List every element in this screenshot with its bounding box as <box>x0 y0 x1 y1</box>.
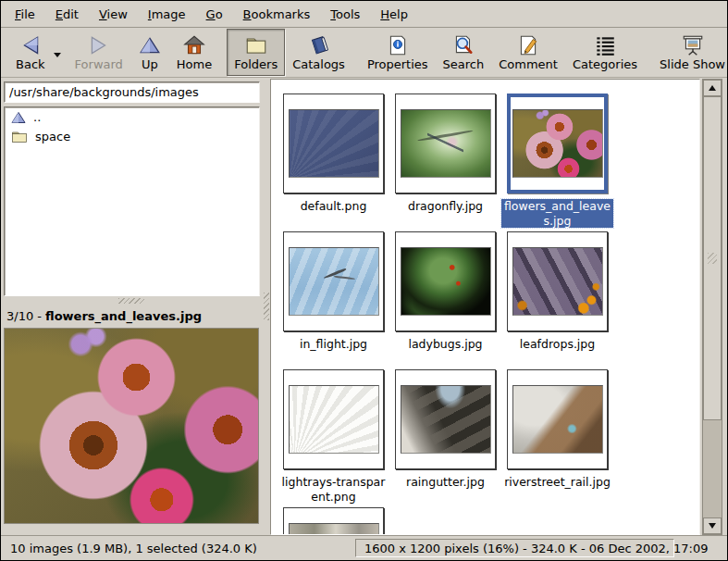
back-label: Back <box>16 57 45 71</box>
slide-show-button[interactable]: Slide Show <box>652 29 728 76</box>
folder-item-label: space <box>35 130 70 143</box>
forward-button[interactable]: Forward <box>68 29 130 76</box>
thumbnail-image <box>289 523 379 535</box>
menu-tools[interactable]: Tools <box>320 4 370 25</box>
horizontal-splitter[interactable] <box>1 296 262 305</box>
menu-go[interactable]: Go <box>196 4 233 25</box>
catalogs-label: Catalogs <box>292 57 345 71</box>
forward-label: Forward <box>75 57 123 71</box>
vertical-scrollbar[interactable] <box>702 79 722 535</box>
thumbnail-image <box>289 247 379 316</box>
search-label: Search <box>443 57 485 71</box>
menubar: File Edit View Image Go Bookmarks Tools … <box>1 1 727 28</box>
thumbnail-label: in_flight.jpg <box>300 337 367 352</box>
folder-item-parent[interactable]: .. <box>5 107 259 127</box>
statusbar: 10 images (1.9 MB), 1 selected (324.0 K)… <box>1 535 727 560</box>
scroll-down-button[interactable] <box>703 517 722 534</box>
thumbnail-item[interactable]: default.png <box>278 92 389 222</box>
statusbar-image-info-text: 1600 x 1200 pixels (16%) - 324.0 K - 06 … <box>364 542 709 555</box>
gthumb-window: File Edit View Image Go Bookmarks Tools … <box>0 0 728 561</box>
up-label: Up <box>142 57 158 71</box>
thumbnail-image <box>289 109 379 178</box>
sidebar: .. space 3/10 - flowers_and_leaves.jpg <box>1 78 262 536</box>
search-button[interactable]: Search <box>436 29 492 76</box>
image-position-text: 3/10 - <box>6 309 42 323</box>
home-icon <box>182 32 206 57</box>
folder-icon <box>244 32 268 57</box>
home-label: Home <box>177 57 212 71</box>
categories-button[interactable]: Categories <box>565 29 645 76</box>
folder-list: .. space <box>4 106 260 296</box>
menu-image[interactable]: Image <box>138 4 196 25</box>
folders-button[interactable]: Folders <box>227 29 285 76</box>
thumbnail-label: default.png <box>301 199 367 214</box>
image-preview <box>4 328 259 524</box>
properties-button[interactable]: Properties <box>360 29 436 76</box>
projector-screen-icon <box>681 32 705 57</box>
thumbnail-item[interactable]: ladybugs.jpg <box>389 230 501 360</box>
thumbnail-item[interactable]: dragonfly.jpg <box>389 92 501 222</box>
menu-view[interactable]: View <box>89 4 138 25</box>
scroll-up-button[interactable] <box>703 80 722 96</box>
toolbar: Back Forward Up Home <box>1 28 727 78</box>
thumbnail-label: leafdrops.jpg <box>520 337 595 352</box>
thumbnail-item[interactable] <box>278 505 389 535</box>
vertical-splitter[interactable] <box>262 78 270 536</box>
back-arrow-icon <box>19 32 43 57</box>
thumbnail-image <box>401 247 491 316</box>
comment-button[interactable]: Comment <box>491 29 565 76</box>
comment-label: Comment <box>499 57 558 71</box>
chevron-down-icon <box>53 51 62 58</box>
thumbnail-pane: default.png dragonfly.jpg flowers_and_le… <box>270 79 700 535</box>
catalogs-button[interactable]: Catalogs <box>285 29 352 76</box>
categories-label: Categories <box>573 57 637 71</box>
back-dropdown-button[interactable] <box>53 32 62 76</box>
selected-filename: flowers_and_leaves.jpg <box>45 309 202 323</box>
menu-edit[interactable]: Edit <box>45 4 89 25</box>
menu-help[interactable]: Help <box>370 4 418 25</box>
up-arrow-icon <box>138 32 162 57</box>
thumbnail-image <box>401 385 491 454</box>
arrow-up-icon <box>708 84 717 92</box>
path-input[interactable] <box>4 81 260 103</box>
thumbnail-item[interactable]: lightrays-transparent.png <box>278 368 389 498</box>
thumbnail-item-selected[interactable]: flowers_and_leaves.jpg <box>501 92 613 222</box>
thumbnail-label: raingutter.jpg <box>406 475 485 490</box>
splitter-grip-icon <box>118 298 144 304</box>
thumbnail-label: flowers_and_leaves.jpg <box>501 199 613 228</box>
statusbar-image-info: 1600 x 1200 pixels (16%) - 324.0 K - 06 … <box>355 539 674 557</box>
folder-item-space[interactable]: space <box>5 127 259 146</box>
arrow-down-icon <box>708 522 717 530</box>
menu-file[interactable]: File <box>5 4 45 25</box>
slide-show-label: Slide Show <box>660 57 725 71</box>
thumbnail-label: lightrays-transparent.png <box>278 475 389 504</box>
home-button[interactable]: Home <box>169 29 219 76</box>
scrollbar-thumb[interactable] <box>703 96 722 420</box>
document-edit-icon <box>516 32 540 57</box>
thumbnail-item[interactable]: in_flight.jpg <box>278 230 389 360</box>
list-icon <box>593 32 617 57</box>
up-triangle-icon <box>11 111 26 124</box>
up-button[interactable]: Up <box>130 29 169 76</box>
search-icon <box>451 32 475 57</box>
forward-arrow-icon <box>87 32 111 57</box>
document-info-icon <box>386 32 410 57</box>
thumbnail-item[interactable]: raingutter.jpg <box>389 368 501 498</box>
book-icon <box>307 32 331 57</box>
thumbnail-item[interactable]: riverstreet_rail.jpg <box>501 368 613 498</box>
thumbnail-image <box>512 247 603 316</box>
thumbnail-image <box>512 385 603 454</box>
splitter-grip-icon <box>264 293 269 320</box>
thumbnail-label: riverstreet_rail.jpg <box>504 475 611 490</box>
menu-bookmarks[interactable]: Bookmarks <box>233 4 321 25</box>
thumbnail-grid: default.png dragonfly.jpg flowers_and_le… <box>271 80 699 535</box>
statusbar-summary: 10 images (1.9 MB), 1 selected (324.0 K) <box>1 542 355 555</box>
image-position-status: 3/10 - flowers_and_leaves.jpg <box>6 306 260 326</box>
folder-item-label: .. <box>33 110 41 124</box>
folders-label: Folders <box>234 57 278 71</box>
thumbnail-item[interactable]: leafdrops.jpg <box>501 230 613 360</box>
back-button[interactable]: Back <box>8 29 53 76</box>
thumbnail-label: ladybugs.jpg <box>408 337 482 352</box>
thumbnail-image <box>289 385 379 454</box>
thumbnail-image <box>512 109 603 178</box>
